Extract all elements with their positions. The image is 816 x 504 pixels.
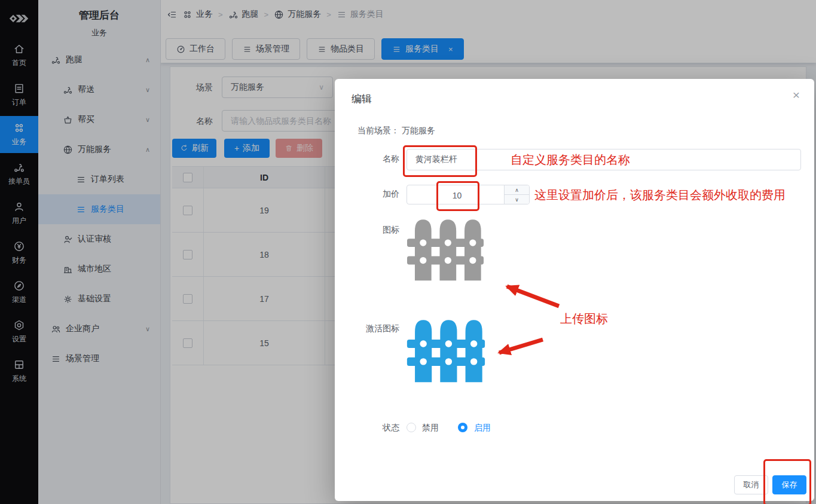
current-scene-text: 当前场景： 万能服务 xyxy=(357,126,435,136)
dialog-title: 编辑 xyxy=(352,92,372,106)
cancel-button[interactable]: 取消 xyxy=(734,475,768,494)
spinner-down-button[interactable]: ∨ xyxy=(505,195,529,204)
status-disabled-label[interactable]: 禁用 xyxy=(422,423,439,432)
price-field-label: 加价 xyxy=(335,189,399,200)
status-enabled-label[interactable]: 启用 xyxy=(474,423,491,432)
name-field-label: 名称 xyxy=(335,154,399,164)
edit-dialog: 编辑 × 当前场景： 万能服务 名称 自定义服务类目的名称 加价 ∧ ∨ 这里设… xyxy=(335,79,814,501)
name-annotation-text: 自定义服务类目的名称 xyxy=(511,152,630,168)
save-button[interactable]: 保存 xyxy=(772,475,806,494)
active-icon-field-label: 激活图标 xyxy=(335,323,399,334)
status-disabled-radio[interactable] xyxy=(407,423,416,432)
status-enabled-radio[interactable] xyxy=(458,423,467,432)
category-active-icon-preview[interactable] xyxy=(407,317,485,383)
icon-field-label: 图标 xyxy=(335,225,399,236)
number-spinner: ∧ ∨ xyxy=(504,185,529,204)
status-field-label: 状态 xyxy=(335,423,399,433)
upload-annotation-arrows xyxy=(472,258,652,420)
spinner-up-button[interactable]: ∧ xyxy=(505,185,529,195)
category-icon-preview[interactable] xyxy=(407,216,484,282)
price-number-input: ∧ ∨ xyxy=(407,185,530,204)
price-annotation-text: 这里设置加价后，该服务类目会额外收取的费用 xyxy=(534,187,786,203)
upload-annotation-text: 上传图标 xyxy=(560,311,608,327)
close-icon[interactable]: × xyxy=(793,88,800,101)
price-input[interactable] xyxy=(407,185,507,205)
